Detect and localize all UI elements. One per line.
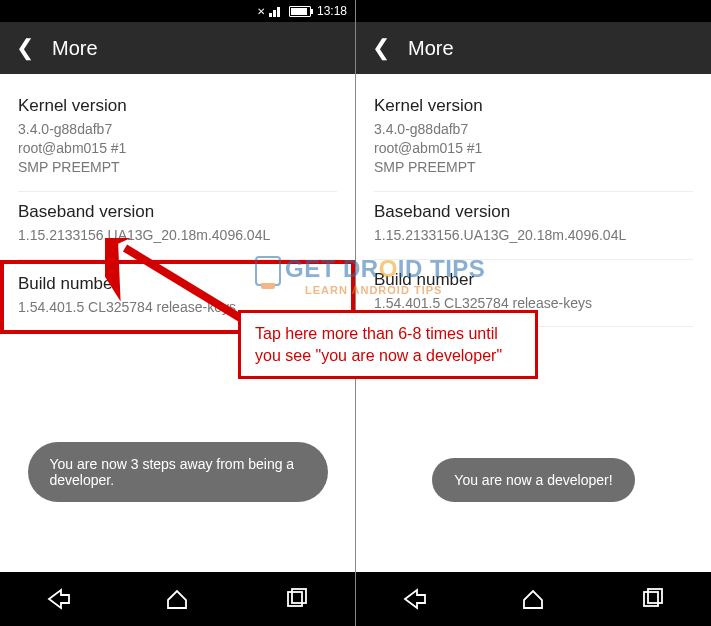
header[interactable]: ❮ More bbox=[0, 22, 355, 74]
kernel-value: 3.4.0-g88dafb7 root@abm015 #1 SMP PREEMP… bbox=[374, 120, 693, 177]
nav-recents-button[interactable] bbox=[627, 579, 677, 619]
svg-rect-3 bbox=[648, 589, 662, 603]
status-bar bbox=[356, 0, 711, 22]
baseband-title: Baseband version bbox=[374, 202, 693, 222]
baseband-value: 1.15.2133156.UA13G_20.18m.4096.04L bbox=[374, 226, 693, 245]
nav-home-button[interactable] bbox=[508, 579, 558, 619]
back-icon[interactable]: ❮ bbox=[16, 35, 34, 61]
no-signal-icon: ✕ bbox=[257, 6, 265, 17]
baseband-section[interactable]: Baseband version 1.15.2133156.UA13G_20.1… bbox=[374, 192, 693, 260]
kernel-section[interactable]: Kernel version 3.4.0-g88dafb7 root@abm01… bbox=[18, 86, 337, 192]
nav-recents-button[interactable] bbox=[271, 579, 321, 619]
toast-message: You are now a developer! bbox=[432, 458, 634, 502]
kernel-value: 3.4.0-g88dafb7 root@abm015 #1 SMP PREEMP… bbox=[18, 120, 337, 177]
toast-area: You are now 3 steps away from being a de… bbox=[0, 442, 355, 502]
watermark: GET DROID TIPS LEARN ANDROID TIPS bbox=[255, 255, 485, 296]
svg-rect-0 bbox=[288, 592, 302, 606]
nav-back-button[interactable] bbox=[390, 579, 440, 619]
toast-area: You are now a developer! bbox=[356, 458, 711, 502]
status-bar: ✕ 13:18 bbox=[0, 0, 355, 22]
kernel-title: Kernel version bbox=[18, 96, 337, 116]
watermark-line1-post: ID TIPS bbox=[398, 255, 486, 282]
svg-rect-1 bbox=[292, 589, 306, 603]
header[interactable]: ❮ More bbox=[356, 22, 711, 74]
header-title: More bbox=[408, 37, 454, 60]
watermark-line1-pre: GET DR bbox=[285, 255, 379, 282]
toast-message: You are now 3 steps away from being a de… bbox=[28, 442, 328, 502]
svg-rect-2 bbox=[644, 592, 658, 606]
annotation-callout: Tap here more than 6-8 times until you s… bbox=[238, 310, 538, 379]
kernel-section[interactable]: Kernel version 3.4.0-g88dafb7 root@abm01… bbox=[374, 86, 693, 192]
battery-icon bbox=[289, 6, 311, 17]
annotation-text: Tap here more than 6-8 times until you s… bbox=[255, 325, 502, 364]
watermark-o: O bbox=[379, 255, 398, 282]
nav-back-button[interactable] bbox=[34, 579, 84, 619]
baseband-title: Baseband version bbox=[18, 202, 337, 222]
back-icon[interactable]: ❮ bbox=[372, 35, 390, 61]
signal-icon bbox=[269, 5, 283, 17]
kernel-title: Kernel version bbox=[374, 96, 693, 116]
status-time: 13:18 bbox=[317, 4, 347, 18]
nav-bar bbox=[356, 572, 711, 626]
header-title: More bbox=[52, 37, 98, 60]
nav-home-button[interactable] bbox=[152, 579, 202, 619]
nav-bar bbox=[0, 572, 355, 626]
